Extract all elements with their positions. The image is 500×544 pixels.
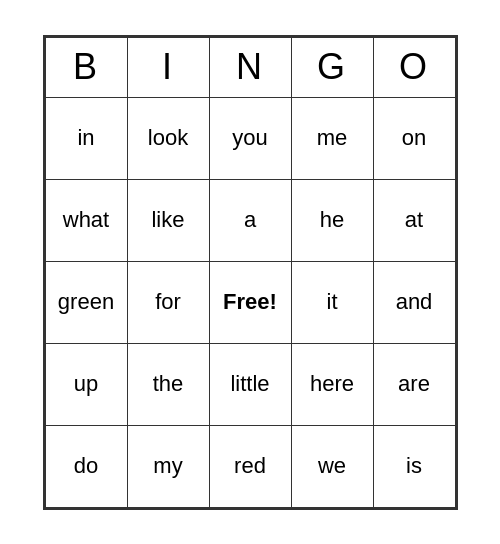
table-cell: and [373,261,455,343]
table-row: domyredweis [45,425,455,507]
table-row: greenforFree!itand [45,261,455,343]
table-cell: here [291,343,373,425]
table-cell: on [373,97,455,179]
table-row: upthelittlehereare [45,343,455,425]
table-cell: in [45,97,127,179]
header-b: B [45,37,127,97]
header-g: G [291,37,373,97]
table-cell: it [291,261,373,343]
table-cell: at [373,179,455,261]
table-row: whatlikeaheat [45,179,455,261]
table-cell: you [209,97,291,179]
table-cell: green [45,261,127,343]
table-cell: is [373,425,455,507]
table-cell: red [209,425,291,507]
table-row: inlookyoumeon [45,97,455,179]
header-n: N [209,37,291,97]
table-cell: a [209,179,291,261]
table-cell: little [209,343,291,425]
table-cell: he [291,179,373,261]
table-cell: we [291,425,373,507]
table-cell: me [291,97,373,179]
table-cell: up [45,343,127,425]
header-row: B I N G O [45,37,455,97]
bingo-card: B I N G O inlookyoumeonwhatlikeaheatgree… [43,35,458,510]
table-cell: like [127,179,209,261]
header-o: O [373,37,455,97]
table-cell: the [127,343,209,425]
table-cell: what [45,179,127,261]
table-cell: are [373,343,455,425]
table-cell: my [127,425,209,507]
table-cell: do [45,425,127,507]
bingo-table: B I N G O inlookyoumeonwhatlikeaheatgree… [45,37,456,508]
header-i: I [127,37,209,97]
table-cell: look [127,97,209,179]
table-cell: Free! [209,261,291,343]
table-cell: for [127,261,209,343]
bingo-body: inlookyoumeonwhatlikeaheatgreenforFree!i… [45,97,455,507]
